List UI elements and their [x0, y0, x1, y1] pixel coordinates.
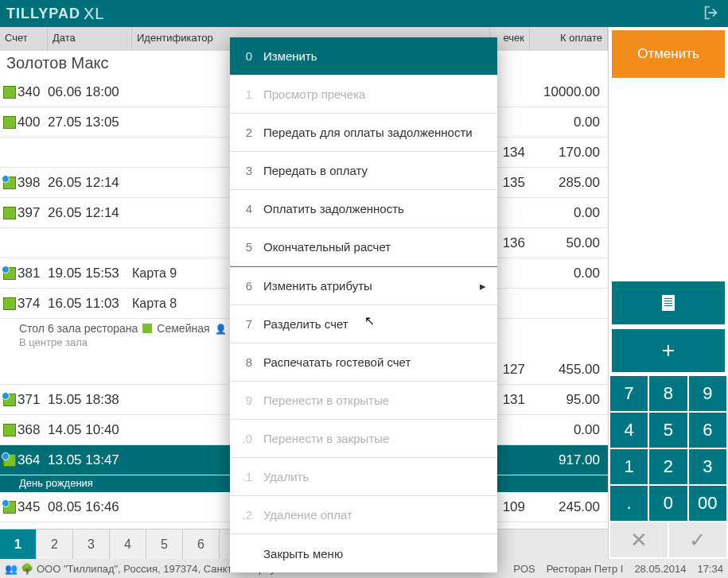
keypad-9[interactable]: 9 [689, 376, 726, 411]
status-tree-icon: 🌳 [21, 563, 33, 575]
add-button[interactable]: + [612, 329, 725, 372]
keypad-cancel[interactable]: ✕ [610, 522, 668, 557]
flag-icon [3, 394, 16, 406]
brand-name: TILLYPAD [6, 6, 80, 22]
keypad-confirm[interactable]: ✓ [669, 522, 726, 557]
flag-icon [3, 86, 16, 99]
col-schet[interactable]: Счет [0, 27, 48, 51]
page-button[interactable]: 5 [146, 530, 183, 559]
keypad-actions: ✕ ✓ [609, 521, 728, 559]
menu-item: .2Удаление оплат [230, 496, 497, 534]
menu-item: 9Перенести в открытые [230, 382, 497, 420]
keypad-00[interactable]: 00 [689, 486, 726, 521]
keypad-7[interactable]: 7 [610, 376, 648, 411]
keypad-6[interactable]: 6 [689, 413, 726, 448]
brand-suffix: XL [84, 5, 104, 23]
flag-icon [3, 424, 16, 436]
menu-close[interactable]: Закрыть меню [230, 534, 497, 572]
chevron-right-icon: ▸ [480, 279, 486, 293]
keypad-0[interactable]: 0 [649, 486, 687, 521]
keypad-3[interactable]: 3 [689, 449, 726, 484]
flag-icon [3, 267, 16, 280]
keypad-1[interactable]: 1 [610, 449, 648, 484]
flag-icon [3, 116, 16, 129]
title-bar: TILLYPAD XL [0, 0, 728, 27]
flag-icon [142, 324, 152, 333]
status-date: 28.05.2014 [634, 563, 686, 575]
page-button[interactable]: 4 [110, 530, 146, 559]
keypad-4[interactable]: 4 [610, 413, 648, 448]
keypad: 789456123.000 [609, 374, 728, 521]
keypad-2[interactable]: 2 [649, 449, 687, 484]
page-button[interactable]: 2 [37, 530, 73, 559]
page-button[interactable]: 6 [183, 530, 220, 559]
menu-item[interactable]: 3Передать в оплату [230, 152, 497, 190]
flag-icon [3, 297, 16, 310]
col-data[interactable]: Дата [48, 27, 132, 51]
exit-icon[interactable] [703, 4, 722, 23]
page-button[interactable]: 3 [73, 530, 110, 559]
brand: TILLYPAD XL [6, 5, 703, 23]
keypad-5[interactable]: 5 [649, 413, 687, 448]
status-rest: Ресторан Петр I [547, 563, 624, 575]
menu-item[interactable]: 5Окончательный расчет [230, 228, 497, 266]
flag-icon [3, 207, 16, 219]
flag-icon [3, 454, 16, 467]
receipt-button[interactable] [612, 281, 725, 324]
menu-item[interactable]: 6Изменить атрибуты▸ [230, 267, 497, 305]
cancel-button[interactable]: Отменить [612, 30, 725, 78]
person-icon [215, 322, 227, 335]
menu-item[interactable]: 2Передать для оплаты задолженности [230, 114, 497, 152]
status-pos: POS [513, 563, 535, 575]
flag-icon [3, 501, 16, 514]
page-button[interactable]: 1 [0, 530, 37, 559]
right-panel: Отменить + 789456123.000 ✕ ✓ [609, 27, 728, 559]
keypad-8[interactable]: 8 [649, 376, 687, 411]
menu-item[interactable]: 4Оплатить задолженность [230, 190, 497, 228]
menu-item: 1Просмотр пречека [230, 76, 497, 114]
menu-item: .1Удалить [230, 458, 497, 496]
menu-item[interactable]: 0Изменить [230, 37, 497, 76]
flag-icon [3, 177, 16, 189]
keypad-.[interactable]: . [610, 486, 648, 521]
receipt-icon [662, 295, 675, 311]
status-people-icon: 👥 [5, 563, 18, 575]
menu-item[interactable]: 7Разделить счет [230, 305, 497, 343]
col-opl[interactable]: К оплате [530, 27, 608, 51]
menu-item[interactable]: 8Распечатать гостевой счет [230, 343, 497, 382]
status-time: 17:34 [697, 563, 723, 575]
menu-item: .0Перенести в закрытые [230, 420, 497, 458]
context-menu: 0Изменить1Просмотр пречека2Передать для … [230, 37, 497, 572]
